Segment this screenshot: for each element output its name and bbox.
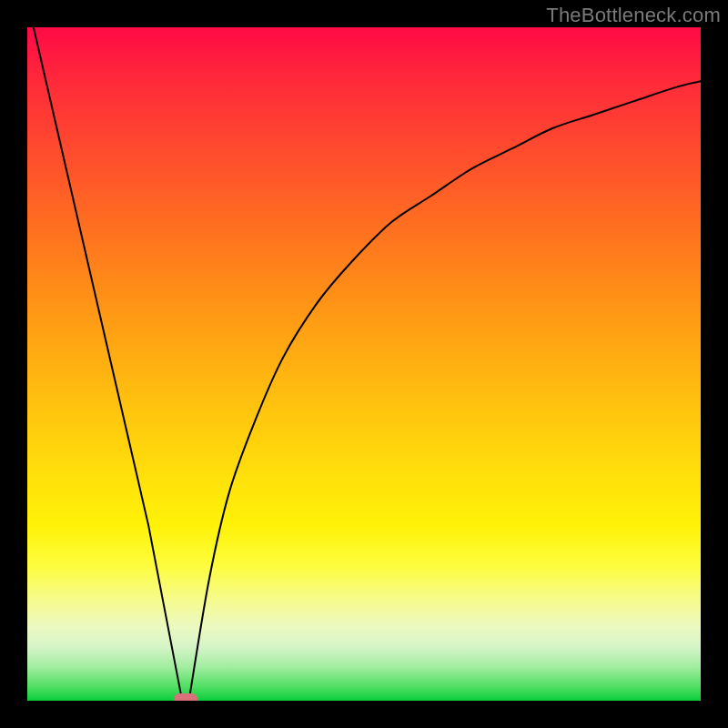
chart-curve (27, 27, 701, 701)
series-left-branch (27, 27, 182, 701)
series-right-branch (189, 81, 701, 701)
chart-frame: TheBottleneck.com (0, 0, 728, 728)
minimum-marker (174, 693, 197, 701)
chart-plot-area (27, 27, 701, 701)
watermark-text: TheBottleneck.com (546, 4, 721, 27)
